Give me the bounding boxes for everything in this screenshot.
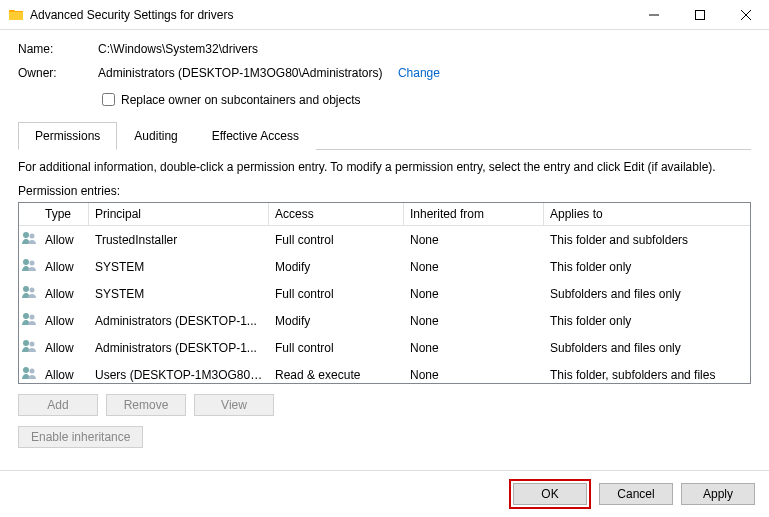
svg-point-11 — [23, 367, 29, 373]
svg-point-1 — [23, 232, 29, 238]
col-inherited[interactable]: Inherited from — [404, 203, 544, 225]
table-row[interactable]: AllowSYSTEMFull controlNoneSubfolders an… — [19, 280, 750, 307]
principal-icon — [19, 253, 39, 280]
cell-type: Allow — [39, 258, 89, 276]
principal-icon — [19, 226, 39, 253]
principal-icon — [19, 334, 39, 361]
close-button[interactable] — [723, 0, 769, 30]
cell-type: Allow — [39, 339, 89, 357]
cancel-button[interactable]: Cancel — [599, 483, 673, 505]
owner-label: Owner: — [18, 66, 98, 80]
cell-applies: Subfolders and files only — [544, 285, 750, 303]
principal-icon — [19, 280, 39, 307]
cell-principal: Users (DESKTOP-1M3OG80\U... — [89, 366, 269, 384]
cell-applies: This folder only — [544, 312, 750, 330]
cell-type: Allow — [39, 231, 89, 249]
apply-button[interactable]: Apply — [681, 483, 755, 505]
cell-inherited: None — [404, 231, 544, 249]
table-row[interactable]: AllowTrustedInstallerFull controlNoneThi… — [19, 226, 750, 253]
entries-label: Permission entries: — [18, 184, 751, 198]
svg-point-9 — [23, 340, 29, 346]
cell-inherited: None — [404, 258, 544, 276]
name-label: Name: — [18, 42, 98, 56]
svg-point-12 — [30, 369, 35, 374]
cell-principal: Administrators (DESKTOP-1... — [89, 312, 269, 330]
cell-principal: SYSTEM — [89, 285, 269, 303]
svg-rect-0 — [696, 10, 705, 19]
view-button[interactable]: View — [194, 394, 274, 416]
maximize-button[interactable] — [677, 0, 723, 30]
table-row[interactable]: AllowAdministrators (DESKTOP-1...ModifyN… — [19, 307, 750, 334]
permission-entries-list[interactable]: Type Principal Access Inherited from App… — [18, 202, 751, 384]
col-principal[interactable]: Principal — [89, 203, 269, 225]
svg-point-2 — [30, 234, 35, 239]
folder-security-icon — [8, 7, 24, 23]
info-text: For additional information, double-click… — [18, 160, 751, 174]
cell-inherited: None — [404, 312, 544, 330]
table-row[interactable]: AllowAdministrators (DESKTOP-1...Full co… — [19, 334, 750, 361]
col-type[interactable]: Type — [39, 203, 89, 225]
svg-point-10 — [30, 342, 35, 347]
svg-point-8 — [30, 315, 35, 320]
dialog-footer: OK Cancel Apply — [0, 470, 769, 517]
titlebar: Advanced Security Settings for drivers — [0, 0, 769, 30]
replace-owner-checkbox[interactable] — [102, 93, 115, 106]
table-row[interactable]: AllowUsers (DESKTOP-1M3OG80\U...Read & e… — [19, 361, 750, 384]
cell-applies: This folder and subfolders — [544, 231, 750, 249]
cell-access: Modify — [269, 312, 404, 330]
minimize-button[interactable] — [631, 0, 677, 30]
remove-button[interactable]: Remove — [106, 394, 186, 416]
add-button[interactable]: Add — [18, 394, 98, 416]
col-access[interactable]: Access — [269, 203, 404, 225]
cell-type: Allow — [39, 312, 89, 330]
owner-value: Administrators (DESKTOP-1M3OG80\Administ… — [98, 66, 383, 80]
tab-permissions[interactable]: Permissions — [18, 122, 117, 150]
svg-point-3 — [23, 259, 29, 265]
cell-principal: Administrators (DESKTOP-1... — [89, 339, 269, 357]
cell-principal: SYSTEM — [89, 258, 269, 276]
tab-effective-access[interactable]: Effective Access — [195, 122, 316, 150]
cell-applies: This folder, subfolders and files — [544, 366, 750, 384]
change-owner-link[interactable]: Change — [398, 66, 440, 80]
cell-inherited: None — [404, 366, 544, 384]
svg-point-5 — [23, 286, 29, 292]
tab-auditing[interactable]: Auditing — [117, 122, 194, 150]
cell-type: Allow — [39, 366, 89, 384]
list-header: Type Principal Access Inherited from App… — [19, 203, 750, 226]
svg-point-6 — [30, 288, 35, 293]
col-applies[interactable]: Applies to — [544, 203, 750, 225]
cell-principal: TrustedInstaller — [89, 231, 269, 249]
cell-access: Modify — [269, 258, 404, 276]
cell-inherited: None — [404, 285, 544, 303]
cell-type: Allow — [39, 285, 89, 303]
enable-inheritance-button[interactable]: Enable inheritance — [18, 426, 143, 448]
name-value: C:\Windows\System32\drivers — [98, 42, 751, 56]
window-title: Advanced Security Settings for drivers — [30, 8, 631, 22]
table-row[interactable]: AllowSYSTEMModifyNoneThis folder only — [19, 253, 750, 280]
principal-icon — [19, 307, 39, 334]
cell-inherited: None — [404, 339, 544, 357]
cell-access: Full control — [269, 285, 404, 303]
svg-point-4 — [30, 261, 35, 266]
svg-point-7 — [23, 313, 29, 319]
cell-applies: This folder only — [544, 258, 750, 276]
cell-access: Read & execute — [269, 366, 404, 384]
replace-owner-label: Replace owner on subcontainers and objec… — [121, 93, 360, 107]
tab-strip: Permissions Auditing Effective Access — [18, 121, 751, 150]
ok-button[interactable]: OK — [513, 483, 587, 505]
cell-access: Full control — [269, 231, 404, 249]
cell-applies: Subfolders and files only — [544, 339, 750, 357]
cell-access: Full control — [269, 339, 404, 357]
principal-icon — [19, 361, 39, 384]
